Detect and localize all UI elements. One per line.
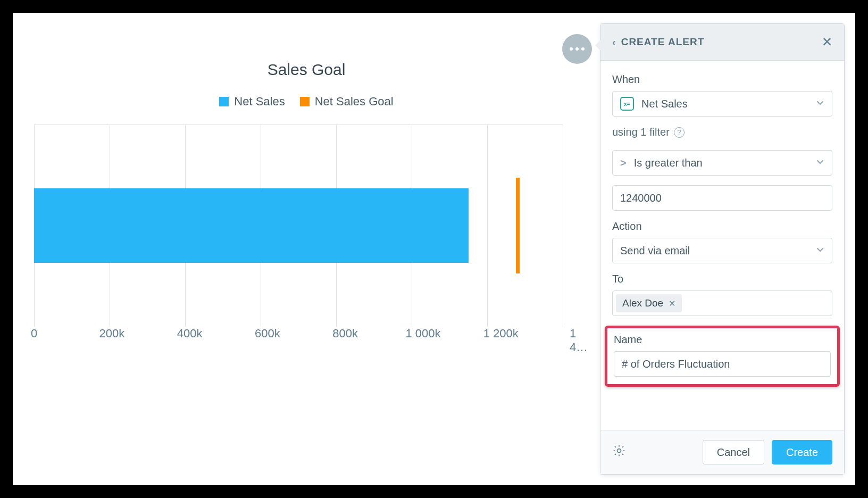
chart-title: Sales Goal xyxy=(34,61,579,79)
legend-item-net-sales[interactable]: Net Sales xyxy=(219,95,285,109)
target-line-net-sales-goal[interactable] xyxy=(516,178,520,273)
more-icon xyxy=(570,47,573,51)
name-label: Name xyxy=(614,334,831,346)
svg-point-2 xyxy=(617,449,621,452)
cancel-button[interactable]: Cancel xyxy=(703,440,764,464)
name-value: # of Orders Fluctuation xyxy=(622,358,730,370)
x-tick-label: 400k xyxy=(177,327,203,341)
panel-header: ‹ CREATE ALERT ✕ xyxy=(600,24,844,61)
x-tick-label: 1 200k xyxy=(483,327,519,341)
remove-chip-icon[interactable]: ✕ xyxy=(669,298,675,309)
filter-summary: using 1 filter ? xyxy=(612,126,832,138)
more-icon xyxy=(581,47,585,51)
when-label: When xyxy=(612,73,832,86)
close-icon[interactable]: ✕ xyxy=(822,35,832,49)
back-chevron-icon[interactable]: ‹ xyxy=(612,36,616,48)
greater-than-icon: > xyxy=(620,157,627,169)
measure-icon: x= xyxy=(620,97,634,111)
bar-net-sales[interactable] xyxy=(34,188,469,263)
threshold-value: 1240000 xyxy=(620,192,662,204)
legend-item-net-sales-goal[interactable]: Net Sales Goal xyxy=(300,95,394,109)
to-label: To xyxy=(612,273,832,285)
x-axis-labels: 0200k400k600k800k1 000k1 200k1 4… xyxy=(34,327,579,348)
chevron-down-icon xyxy=(816,98,824,110)
chevron-down-icon xyxy=(816,157,824,169)
legend-label: Net Sales Goal xyxy=(315,95,394,109)
chart-plot xyxy=(34,124,563,327)
chart-panel: Sales Goal Net Sales Net Sales Goal 0200… xyxy=(13,13,600,485)
action-value: Send via email xyxy=(620,245,690,257)
chart-legend: Net Sales Net Sales Goal xyxy=(34,95,579,109)
more-menu-button[interactable] xyxy=(562,34,592,64)
create-button[interactable]: Create xyxy=(772,440,832,464)
x-tick-label: 800k xyxy=(332,327,358,341)
gridline xyxy=(487,125,488,327)
name-highlight: Name # of Orders Fluctuation xyxy=(605,326,840,387)
x-tick-label: 0 xyxy=(31,327,37,341)
svg-text:x=: x= xyxy=(624,101,630,107)
when-select[interactable]: x= Net Sales xyxy=(612,91,832,117)
chevron-down-icon xyxy=(816,245,824,257)
panel-title: CREATE ALERT xyxy=(621,36,705,48)
filter-text: using 1 filter xyxy=(612,126,670,138)
action-label: Action xyxy=(612,220,832,233)
gridline xyxy=(563,125,563,327)
x-tick-label: 1 000k xyxy=(405,327,440,341)
recipient-name: Alex Doe xyxy=(622,297,663,309)
panel-footer: Cancel Create xyxy=(600,430,844,474)
x-tick-label: 600k xyxy=(255,327,280,341)
name-input[interactable]: # of Orders Fluctuation xyxy=(614,351,831,377)
gear-icon[interactable] xyxy=(612,444,626,461)
condition-select[interactable]: > Is greater than xyxy=(612,150,832,176)
more-icon xyxy=(575,47,579,51)
condition-value: Is greater than xyxy=(634,157,703,169)
x-tick-label: 200k xyxy=(99,327,124,341)
panel-caret-icon xyxy=(595,40,600,51)
swatch-icon xyxy=(300,97,310,106)
legend-label: Net Sales xyxy=(234,95,285,109)
x-tick-label: 1 4… xyxy=(570,327,588,354)
threshold-input[interactable]: 1240000 xyxy=(612,185,832,211)
create-alert-panel: ‹ CREATE ALERT ✕ When x= Net Sales using… xyxy=(600,23,845,475)
recipients-input[interactable]: Alex Doe ✕ xyxy=(612,290,832,316)
when-value: Net Sales xyxy=(641,98,688,110)
action-select[interactable]: Send via email xyxy=(612,238,832,263)
swatch-icon xyxy=(219,97,229,106)
recipient-chip[interactable]: Alex Doe ✕ xyxy=(616,294,682,312)
help-icon[interactable]: ? xyxy=(674,127,685,138)
